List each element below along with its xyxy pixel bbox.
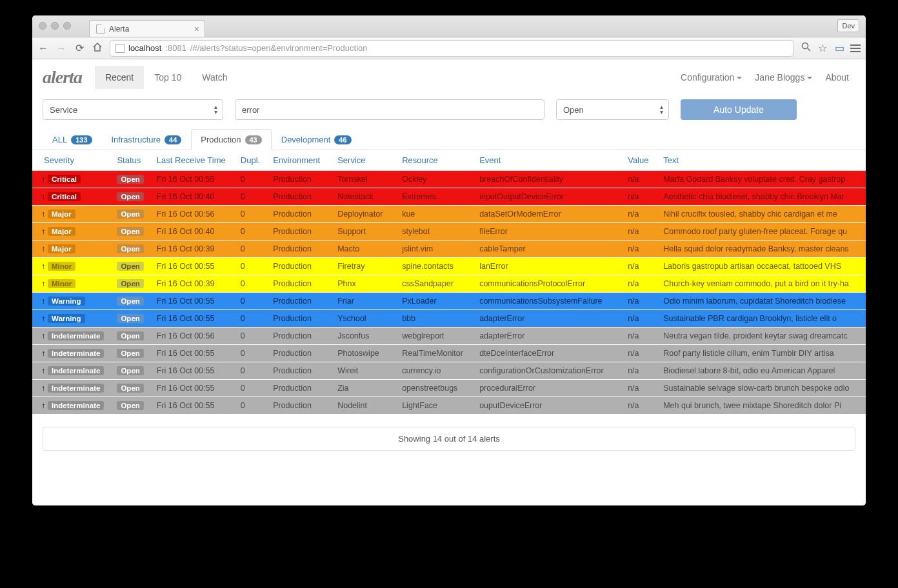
site-icon	[115, 44, 125, 53]
auto-update-button[interactable]: Auto Update	[681, 99, 797, 120]
table-row[interactable]: ↑WarningOpenFri 16 Oct 00:550ProductionY…	[32, 310, 866, 328]
table-row[interactable]: ↑IndeterminateOpenFri 16 Oct 00:560Produ…	[32, 328, 866, 345]
cell-event: communicationsSubsystemFailure	[473, 293, 621, 310]
back-icon[interactable]: ←	[37, 43, 49, 54]
search-input[interactable]: error	[235, 99, 544, 120]
cell-severity: ↑Indeterminate	[32, 328, 110, 345]
arrow-up-icon: ↑	[41, 401, 45, 410]
cell-dupl: 0	[234, 380, 266, 397]
count-badge: 46	[334, 135, 351, 144]
close-tab-icon[interactable]: ×	[194, 24, 199, 34]
browser-tab[interactable]: Alerta ×	[89, 20, 205, 37]
cell-time: Fri 16 Oct 00:55	[150, 258, 234, 275]
cell-service: Zia	[331, 380, 395, 397]
column-header-last-receive-time[interactable]: Last Receive Time	[150, 150, 234, 171]
nav-about[interactable]: About	[825, 72, 849, 83]
env-tab-label: Production	[201, 135, 241, 144]
search-icon[interactable]	[800, 42, 812, 54]
cell-dupl: 0	[234, 397, 266, 415]
maximize-window-icon[interactable]	[63, 22, 71, 30]
cell-event: cableTamper	[473, 240, 621, 258]
table-row[interactable]: ↑MajorOpenFri 16 Oct 00:560ProductionDep…	[32, 206, 866, 223]
count-badge: 44	[165, 135, 181, 144]
column-header-event[interactable]: Event	[473, 150, 621, 171]
cell-event: configurationOrCustomizationError	[473, 362, 621, 380]
cell-env: Production	[266, 397, 331, 415]
column-header-dupl-[interactable]: Dupl.	[234, 150, 266, 171]
dev-button[interactable]: Dev	[837, 19, 859, 32]
cell-value: n/a	[621, 275, 657, 293]
minimize-window-icon[interactable]	[51, 22, 59, 30]
cell-service: Support	[331, 223, 395, 240]
cell-event: inputOutputDeviceError	[473, 188, 621, 206]
menu-icon[interactable]	[850, 44, 861, 52]
brand-logo[interactable]: alerta	[43, 67, 82, 88]
cell-dupl: 0	[234, 345, 266, 362]
table-row[interactable]: ↑MajorOpenFri 16 Oct 00:400ProductionSup…	[32, 223, 866, 240]
cell-status: Open	[110, 310, 150, 328]
table-row[interactable]: ↑IndeterminateOpenFri 16 Oct 00:550Produ…	[32, 345, 866, 362]
app-navbar: alerta RecentTop 10Watch Configuration J…	[32, 59, 866, 95]
column-header-resource[interactable]: Resource	[395, 150, 473, 171]
cell-resource: kue	[395, 206, 473, 223]
severity-badge: Minor	[48, 279, 75, 288]
table-row[interactable]: ↑WarningOpenFri 16 Oct 00:550ProductionF…	[32, 293, 866, 310]
nav-tab-watch[interactable]: Watch	[192, 66, 237, 89]
cell-text: Nihil crucifix tousled, shabby chic card…	[657, 206, 866, 223]
cell-event: adapterError	[473, 328, 621, 345]
cell-dupl: 0	[234, 275, 266, 293]
service-select[interactable]: Service ▴▾	[43, 99, 223, 120]
cell-time: Fri 16 Oct 00:39	[150, 240, 234, 258]
reload-icon[interactable]: ⟳	[74, 42, 85, 54]
table-row[interactable]: ↑IndeterminateOpenFri 16 Oct 00:550Produ…	[32, 397, 866, 415]
column-header-severity[interactable]: Severity	[32, 150, 110, 171]
env-tab-development[interactable]: Development46	[272, 129, 361, 150]
status-select[interactable]: Open ▴▾	[556, 99, 669, 120]
env-tab-production[interactable]: Production43	[191, 129, 271, 150]
home-icon[interactable]	[92, 42, 103, 55]
table-row[interactable]: ↑MinorOpenFri 16 Oct 00:390ProductionPhn…	[32, 275, 866, 293]
filter-bar: Service ▴▾ error Open ▴▾ Auto Update	[32, 95, 866, 129]
cell-resource: Ockley	[395, 171, 473, 188]
column-header-environment[interactable]: Environment	[266, 150, 331, 171]
severity-badge: Indeterminate	[48, 401, 104, 410]
cell-value: n/a	[621, 258, 657, 275]
arrow-up-icon: ↑	[41, 314, 45, 323]
nav-tab-top-10[interactable]: Top 10	[144, 66, 192, 89]
cell-status: Open	[110, 223, 150, 240]
table-row[interactable]: ↑MinorOpenFri 16 Oct 00:550ProductionFir…	[32, 258, 866, 275]
cell-status: Open	[110, 188, 150, 206]
nav-configuration[interactable]: Configuration	[681, 72, 742, 83]
nav-tab-recent[interactable]: Recent	[95, 66, 144, 89]
url-port: :8081	[165, 43, 186, 53]
close-window-icon[interactable]	[39, 22, 46, 30]
cell-env: Production	[266, 206, 331, 223]
column-header-status[interactable]: Status	[110, 150, 150, 171]
nav-tabs: RecentTop 10Watch	[95, 66, 238, 89]
bookmark-icon[interactable]: ☆	[817, 42, 828, 54]
cell-time: Fri 16 Oct 00:39	[150, 275, 234, 293]
column-header-text[interactable]: Text	[657, 150, 866, 171]
window-controls[interactable]	[39, 22, 71, 30]
arrow-up-icon: ↑	[41, 227, 45, 236]
cell-time: Fri 16 Oct 00:56	[150, 328, 234, 345]
status-badge: Open	[117, 314, 143, 323]
cell-text: Church-key veniam commodo, put a bird on…	[657, 275, 866, 293]
cell-env: Production	[266, 310, 331, 328]
screen-icon[interactable]: ▭	[833, 42, 845, 54]
column-header-service[interactable]: Service	[331, 150, 395, 171]
table-row[interactable]: ↑MajorOpenFri 16 Oct 00:390ProductionMac…	[32, 240, 866, 258]
cell-status: Open	[110, 258, 150, 275]
column-header-value[interactable]: Value	[621, 150, 657, 171]
table-row[interactable]: ↑CriticalOpenFri 16 Oct 00:550Production…	[32, 171, 866, 188]
env-tab-infrastructure[interactable]: Infrastructure44	[102, 129, 192, 150]
table-row[interactable]: ↑IndeterminateOpenFri 16 Oct 00:550Produ…	[32, 380, 866, 397]
table-row[interactable]: ↑CriticalOpenFri 16 Oct 00:400Production…	[32, 188, 866, 206]
cell-env: Production	[266, 328, 331, 345]
cell-resource: LightFace	[395, 397, 473, 415]
nav-user[interactable]: Jane Bloggs	[755, 72, 812, 83]
table-row[interactable]: ↑IndeterminateOpenFri 16 Oct 00:550Produ…	[32, 362, 866, 380]
url-bar[interactable]: localhost:8081/#/alerts?status=open&envi…	[110, 40, 793, 57]
env-tab-all[interactable]: ALL133	[43, 129, 102, 150]
forward-icon[interactable]: →	[55, 43, 67, 54]
